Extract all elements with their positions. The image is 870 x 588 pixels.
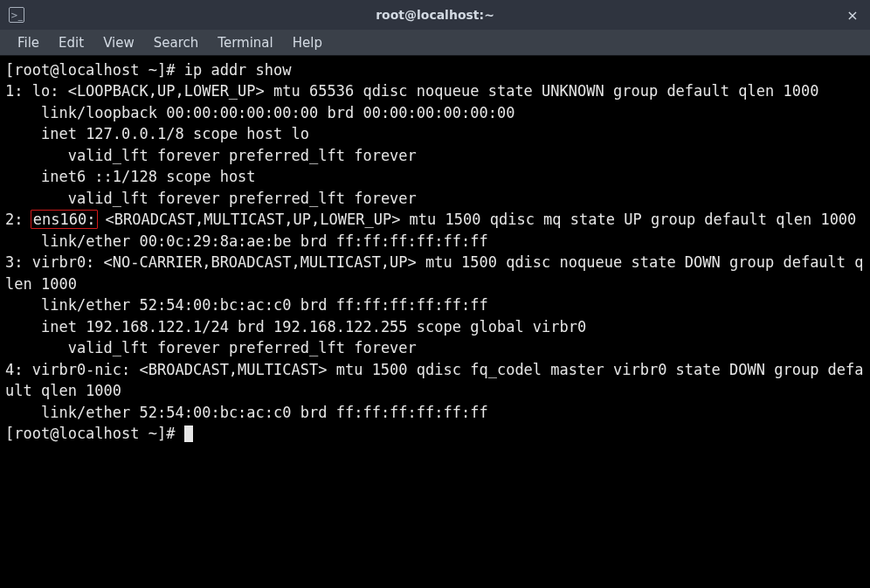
app-terminal-icon: >_ [9,7,24,23]
highlight-interface-name: ens160: [31,210,99,229]
output-line: 3: virbr0: <NO-CARRIER,BROADCAST,MULTICA… [5,253,864,292]
output-line: inet 192.168.122.1/24 brd 192.168.122.25… [5,318,586,336]
menu-file[interactable]: File [9,31,48,54]
window-title: root@localhost:~ [0,8,870,22]
output-line: inet6 ::1/128 scope host [5,168,256,185]
close-button[interactable]: × [844,6,861,24]
text-cursor [184,425,193,442]
typed-command: ip addr show [184,61,292,79]
output-line: 4: virbr0-nic: <BROADCAST,MULTICAST> mtu… [5,361,864,399]
menu-help[interactable]: Help [284,31,331,54]
terminal-window: >_ root@localhost:~ × File Edit View Sea… [0,0,870,588]
menu-view[interactable]: View [94,31,143,54]
output-line: valid_lft forever preferred_lft forever [5,147,417,164]
output-line: 2: [5,211,32,228]
output-line: inet 127.0.0.1/8 scope host lo [5,125,309,142]
menubar: File Edit View Search Terminal Help [0,30,870,56]
output-line: link/ether 52:54:00:bc:ac:c0 brd ff:ff:f… [5,404,488,421]
menu-search[interactable]: Search [145,31,208,54]
shell-prompt: [root@localhost ~]# [5,425,184,442]
titlebar: >_ root@localhost:~ × [0,0,870,30]
menu-terminal[interactable]: Terminal [209,31,281,54]
output-line: valid_lft forever preferred_lft forever [5,190,417,207]
output-line: <BROADCAST,MULTICAST,UP,LOWER_UP> mtu 15… [96,211,856,228]
output-line: link/ether 52:54:00:bc:ac:c0 brd ff:ff:f… [5,296,488,314]
output-line: 1: lo: <LOOPBACK,UP,LOWER_UP> mtu 65536 … [5,82,818,100]
terminal-viewport[interactable]: [root@localhost ~]# ip addr show 1: lo: … [0,56,870,588]
menu-edit[interactable]: Edit [50,31,93,54]
output-line: link/loopback 00:00:00:00:00:00 brd 00:0… [5,104,514,121]
output-line: link/ether 00:0c:29:8a:ae:be brd ff:ff:f… [5,232,488,250]
shell-prompt: [root@localhost ~]# [5,61,184,79]
output-line: valid_lft forever preferred_lft forever [5,339,417,356]
